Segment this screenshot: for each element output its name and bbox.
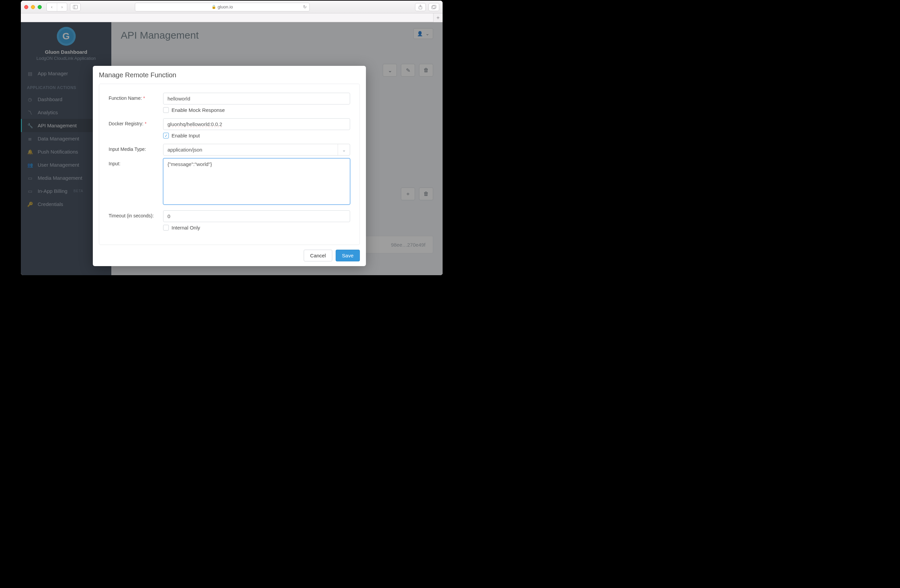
label-internal-only: Internal Only (172, 225, 200, 231)
close-window-button[interactable] (24, 5, 28, 9)
input-media-type-dropdown[interactable]: ⌄ (163, 144, 350, 156)
label-input: Input: (109, 158, 163, 166)
forward-button[interactable]: › (57, 3, 67, 11)
reload-button[interactable]: ↻ (303, 5, 307, 9)
label-function-name: Function Name: * (109, 93, 163, 101)
svg-rect-4 (433, 5, 436, 8)
lock-icon: 🔒 (211, 5, 216, 9)
share-button[interactable] (415, 3, 426, 11)
new-tab-button[interactable]: + (433, 14, 442, 22)
minimize-window-button[interactable] (31, 5, 35, 9)
browser-toolbar: ‹ › 🔒 gluon.io ↻ (21, 1, 442, 14)
input-media-type-field[interactable] (163, 144, 338, 155)
app-viewport: G Gluon Dashboard LodgON CloudLink Appli… (21, 22, 442, 275)
enable-mock-checkbox[interactable] (163, 107, 169, 113)
label-enable-input: Enable Input (172, 133, 200, 138)
save-button[interactable]: Save (336, 250, 360, 262)
nav-back-forward: ‹ › (47, 3, 67, 11)
label-docker-registry: Docker Registry: * (109, 118, 163, 126)
url-text: gluon.io (217, 5, 233, 9)
enable-input-checkbox[interactable]: ✓ (163, 133, 169, 138)
maximize-window-button[interactable] (38, 5, 42, 9)
tabs-button[interactable] (428, 3, 439, 11)
docker-registry-input[interactable] (163, 118, 350, 130)
function-name-input[interactable] (163, 93, 350, 105)
address-bar[interactable]: 🔒 gluon.io ↻ (135, 3, 310, 11)
input-textarea[interactable] (163, 158, 350, 204)
back-button[interactable]: ‹ (47, 3, 57, 11)
window-controls (24, 5, 42, 9)
chevron-down-icon: ⌄ (338, 144, 350, 155)
modal-title: Manage Remote Function (99, 71, 360, 79)
browser-window: ‹ › 🔒 gluon.io ↻ + G Gluon Dashboard (21, 1, 442, 275)
tab-bar: + (21, 14, 442, 22)
label-enable-mock: Enable Mock Response (172, 107, 225, 113)
manage-remote-function-modal: Manage Remote Function Function Name: * … (93, 66, 366, 266)
modal-form-panel: Function Name: * Enable Mock Response Do… (99, 84, 360, 245)
timeout-input[interactable] (163, 210, 350, 222)
svg-rect-0 (73, 5, 78, 9)
sidebar-toggle-button[interactable] (70, 3, 81, 11)
label-timeout: Timeout (in seconds): (109, 210, 163, 218)
label-input-media-type: Input Media Type: (109, 144, 163, 152)
cancel-button[interactable]: Cancel (304, 250, 332, 262)
svg-rect-3 (431, 6, 435, 9)
internal-only-checkbox[interactable] (163, 225, 169, 231)
